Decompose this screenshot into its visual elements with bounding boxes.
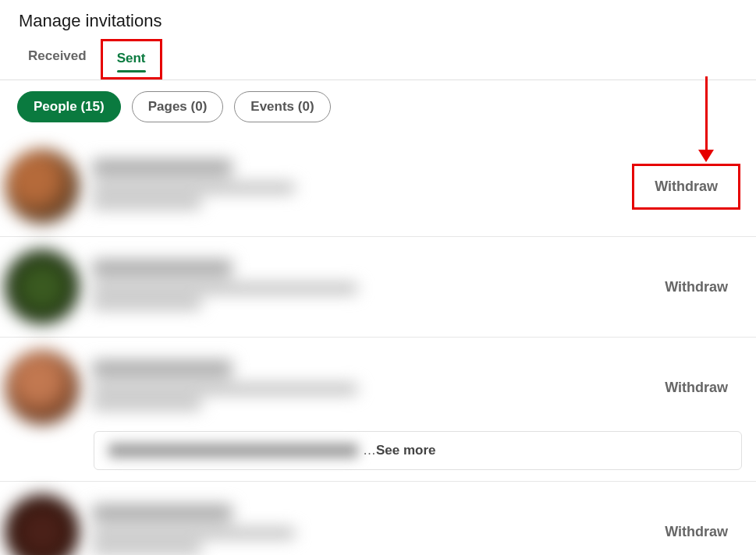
withdraw-button[interactable]: Withdraw [655, 274, 737, 300]
filter-events[interactable]: Events (0) [234, 91, 330, 122]
tabs: Received Sent [0, 39, 756, 80]
ellipsis: … [363, 443, 376, 458]
withdraw-button[interactable]: Withdraw [655, 375, 737, 401]
avatar[interactable] [5, 350, 80, 425]
tab-received[interactable]: Received [14, 39, 101, 80]
see-more-link[interactable]: See more [376, 443, 436, 458]
withdraw-button[interactable]: Withdraw [645, 174, 727, 200]
invitation-row: Withdraw [0, 338, 756, 437]
filter-pages[interactable]: Pages (0) [132, 91, 224, 122]
invitation-info [92, 360, 655, 415]
avatar[interactable] [5, 249, 80, 324]
invitation-info [92, 159, 632, 214]
withdraw-button[interactable]: Withdraw [655, 519, 737, 545]
tab-label: Received [28, 48, 87, 63]
tab-sent[interactable]: Sent [101, 39, 162, 80]
filter-label: People (15) [34, 99, 105, 114]
tab-label: Sent [117, 51, 146, 65]
invitation-list: Withdraw Withdraw Withdraw … [0, 136, 756, 555]
invitation-row: Withdraw [0, 481, 756, 555]
filter-people[interactable]: People (15) [17, 91, 121, 122]
invitation-row: Withdraw [0, 136, 756, 237]
avatar[interactable] [5, 494, 80, 555]
filter-label: Events (0) [250, 99, 314, 114]
header: Manage invitations [0, 0, 756, 39]
withdraw-highlight-box: Withdraw [632, 164, 740, 210]
invitation-info [92, 260, 655, 314]
avatar[interactable] [5, 149, 80, 224]
page-title: Manage invitations [19, 11, 737, 31]
filter-label: Pages (0) [148, 99, 208, 114]
filter-pills: People (15) Pages (0) Events (0) [0, 80, 756, 136]
invitation-row: Withdraw [0, 237, 756, 338]
note-blurred-text [108, 444, 358, 458]
invitation-info [92, 504, 655, 555]
